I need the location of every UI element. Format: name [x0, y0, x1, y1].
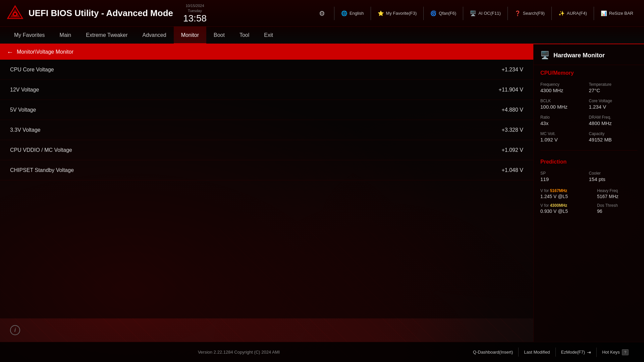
prediction-sp-grid: SP 119 Cooler 154 pts — [534, 168, 644, 185]
cooler-value: 154 pts — [589, 176, 638, 182]
shortcut-resize-bar[interactable]: 📊 ReSize BAR — [597, 8, 637, 18]
ez-mode-label: EzMode(F7) — [561, 350, 585, 355]
frequency-cell: Frequency 4300 MHz — [540, 79, 589, 96]
capacity-cell: Capacity 49152 MB — [589, 129, 638, 145]
heavy-freq-label: Heavy Freq — [597, 188, 637, 193]
header-divider — [334, 7, 334, 20]
breadcrumb: ← Monitor\Voltage Monitor — [0, 44, 533, 60]
voltage-value-cpu-vddio: +1.092 V — [483, 147, 523, 153]
table-row[interactable]: CHIPSET Standby Voltage +1.048 V — [0, 160, 533, 180]
v-for-5167-label: V for 5167MHz — [540, 188, 581, 193]
shortcut-favorite-label: My Favorite(F3) — [386, 11, 417, 16]
nav-tool[interactable]: Tool — [232, 26, 257, 44]
frequency-label: Frequency — [540, 82, 589, 87]
v-for-4300-value: 0.930 V @L5 — [540, 208, 581, 214]
breadcrumb-back-button[interactable]: ← — [7, 48, 13, 56]
table-row[interactable]: 3.3V Voltage +3.328 V — [0, 120, 533, 140]
nav-extreme-tweaker[interactable]: Extreme Tweaker — [78, 26, 135, 44]
mc-volt-value: 1.092 V — [540, 137, 589, 142]
v-for-4300-label: V for 4300MHz — [540, 203, 581, 208]
shortcut-english[interactable]: 🌐 English — [337, 8, 368, 18]
shortcut-search-label: Search(F9) — [523, 11, 545, 16]
nav-main[interactable]: Main — [52, 26, 79, 44]
voltage-name-cpu-vddio: CPU VDDIO / MC Voltage — [10, 147, 483, 153]
nav-advanced[interactable]: Advanced — [135, 26, 173, 44]
shortcut-search[interactable]: ❓ Search(F9) — [511, 8, 549, 18]
nav-my-favorites[interactable]: My Favorites — [7, 26, 52, 44]
dos-thresh-label: Dos Thresh — [597, 203, 637, 208]
rog-logo-icon — [7, 5, 23, 22]
table-row[interactable]: 5V Voltage +4.880 V — [0, 100, 533, 120]
header: UEFI BIOS Utility - Advanced Mode 10/15/… — [0, 0, 644, 27]
hw-monitor-header: 🖥️ Hardware Monitor — [534, 44, 644, 65]
nav-exit[interactable]: Exit — [257, 26, 280, 44]
voltage-table: CPU Core Voltage +1.234 V 12V Voltage +1… — [0, 60, 533, 318]
last-modified-button[interactable]: Last Modified — [519, 348, 555, 357]
breadcrumb-text: Monitor\Voltage Monitor — [17, 49, 73, 55]
time-display: 13:58 — [183, 13, 207, 24]
frequency-value: 4300 MHz — [540, 87, 589, 93]
fan-icon: 🌀 — [430, 10, 437, 16]
ratio-label: Ratio — [540, 115, 589, 120]
shortcut-aura[interactable]: ✨ AURA(F4) — [554, 8, 591, 18]
shortcut-aura-label: AURA(F4) — [567, 11, 587, 16]
hot-keys-label: Hot Keys — [602, 350, 620, 355]
header-divider2 — [371, 7, 371, 20]
nav-boot[interactable]: Boot — [206, 26, 232, 44]
q-dashboard-button[interactable]: Q-Dashboard(Insert) — [468, 348, 519, 357]
ez-mode-button[interactable]: EzMode(F7) ⇥ — [556, 348, 597, 357]
voltage-name-cpu-core: CPU Core Voltage — [10, 67, 483, 73]
temperature-label: Temperature — [589, 82, 638, 87]
settings-icon[interactable]: ⚙ — [316, 7, 328, 19]
voltage-name-5v: 5V Voltage — [10, 107, 483, 113]
capacity-label: Capacity — [589, 131, 638, 136]
table-row[interactable]: CPU VDDIO / MC Voltage +1.092 V — [0, 140, 533, 160]
shortcut-ai-oc[interactable]: 🖥️ AI OC(F11) — [466, 8, 504, 18]
nav-monitor[interactable]: Monitor — [174, 26, 206, 44]
v-for-4300-cell: V for 4300MHz 0.930 V @L5 — [540, 203, 581, 214]
cpu-memory-grid: Frequency 4300 MHz Temperature 27°C BCLK… — [534, 79, 644, 145]
shortcut-my-favorite[interactable]: ⭐ My Favorite(F3) — [374, 8, 421, 18]
dram-freq-value: 4800 MHz — [589, 120, 638, 126]
hardware-monitor-panel: 🖥️ Hardware Monitor CPU/Memory Frequency… — [533, 44, 644, 342]
bclk-value: 100.00 MHz — [540, 104, 589, 110]
voltage-value-cpu-core: +1.234 V — [483, 67, 523, 73]
temperature-value: 27°C — [589, 87, 638, 93]
dram-freq-label: DRAM Freq. — [589, 115, 638, 120]
header-divider7 — [594, 7, 594, 20]
header-divider4 — [463, 7, 463, 20]
shortcut-qfan[interactable]: 🌀 Qfan(F6) — [426, 8, 460, 18]
ratio-value: 43x — [540, 120, 589, 126]
temperature-cell: Temperature 27°C — [589, 79, 638, 96]
freq-4300-highlight: 4300MHz — [550, 203, 567, 208]
info-icon[interactable]: i — [10, 325, 20, 335]
voltage-value-chipset-standby: +1.048 V — [483, 167, 523, 173]
capacity-value: 49152 MB — [589, 137, 638, 142]
ratio-cell: Ratio 43x — [540, 112, 589, 129]
v-for-5167-row: V for 5167MHz 1.245 V @L5 Heavy Freq 516… — [534, 186, 644, 201]
hot-keys-button[interactable]: Hot Keys ? — [597, 347, 634, 357]
voltage-name-chipset-standby: CHIPSET Standby Voltage — [10, 167, 483, 173]
svg-point-3 — [14, 13, 16, 15]
table-row[interactable]: CPU Core Voltage +1.234 V — [0, 60, 533, 80]
freq-5167-highlight: 5167MHz — [550, 188, 567, 193]
footer-version: Version 2.22.1284 Copyright (C) 2024 AMI — [198, 350, 280, 355]
core-voltage-label: Core Voltage — [589, 99, 638, 103]
cpu-memory-section-title: CPU/Memory — [534, 65, 644, 79]
table-row[interactable]: 12V Voltage +11.904 V — [0, 80, 533, 100]
last-modified-label: Last Modified — [524, 350, 550, 355]
header-divider3 — [423, 7, 424, 20]
voltage-name-3v3: 3.3V Voltage — [10, 127, 483, 133]
v-for-5167-cell: V for 5167MHz 1.245 V @L5 — [540, 188, 581, 199]
voltage-name-12v: 12V Voltage — [10, 87, 483, 93]
shortcut-resize-label: ReSize BAR — [609, 11, 633, 16]
sp-cell: SP 119 — [540, 168, 589, 185]
footer-buttons: Q-Dashboard(Insert) Last Modified EzMode… — [468, 347, 634, 357]
header-divider6 — [551, 7, 552, 20]
monitor-icon: 🖥️ — [470, 10, 476, 16]
bclk-cell: BCLK 100.00 MHz — [540, 96, 589, 112]
sp-value: 119 — [540, 176, 589, 182]
main-panel: ← Monitor\Voltage Monitor CPU Core Volta… — [0, 44, 533, 342]
v-for-5167-value: 1.245 V @L5 — [540, 194, 581, 199]
cooler-cell: Cooler 154 pts — [589, 168, 638, 185]
